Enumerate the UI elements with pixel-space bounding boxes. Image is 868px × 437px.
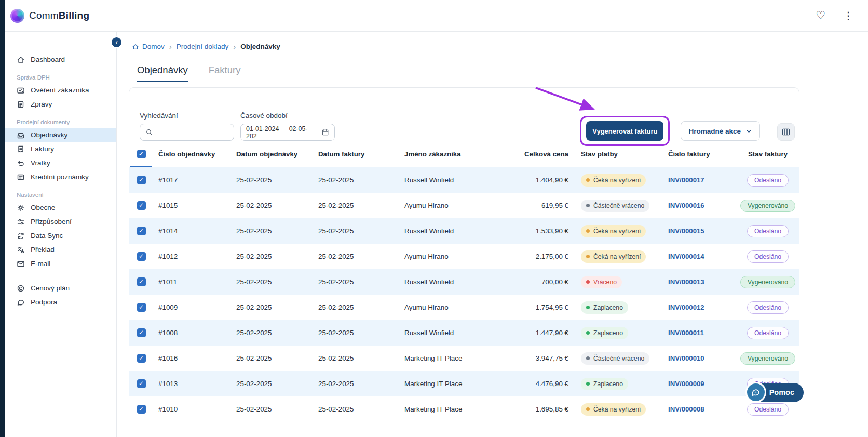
- search-input[interactable]: [140, 124, 234, 141]
- select-all-checkbox[interactable]: ✓: [129, 141, 153, 167]
- sidebar-item-faktury[interactable]: Faktury: [5, 142, 116, 156]
- breadcrumb-prodejni-doklady[interactable]: Prodejní doklady: [177, 43, 229, 50]
- column-settings-button[interactable]: [777, 123, 795, 141]
- tab-bar: Objednávky Faktury: [137, 64, 868, 82]
- payment-status-badge: Čeká na vyřízení: [581, 403, 646, 416]
- checkbox-checked[interactable]: ✓: [137, 303, 146, 312]
- favorites-heart-icon[interactable]: ♡: [816, 9, 825, 22]
- sidebar-item-vratky[interactable]: Vratky: [5, 156, 116, 170]
- invoice-date-cell: 25-02-2025: [313, 380, 399, 388]
- invoice-link[interactable]: INV/000010: [668, 354, 704, 362]
- invoice-status-badge: Odesláno: [747, 403, 789, 416]
- invoice-status-cell: Odesláno: [736, 174, 800, 187]
- sidebar-item-obecne[interactable]: Obecne: [5, 201, 116, 215]
- row-checkbox[interactable]: ✓: [129, 379, 153, 388]
- help-button[interactable]: Pomoc: [745, 382, 804, 403]
- row-checkbox[interactable]: ✓: [129, 328, 153, 337]
- order-date-cell: 25-02-2025: [231, 227, 313, 235]
- invoice-status-cell: Odesláno: [736, 327, 800, 339]
- checkbox-checked[interactable]: ✓: [137, 252, 146, 261]
- invoice-link[interactable]: INV/000013: [668, 278, 704, 286]
- row-checkbox[interactable]: ✓: [129, 277, 153, 286]
- checkbox-checked[interactable]: ✓: [137, 227, 146, 235]
- bulk-actions-label: Hromadné akce: [688, 127, 741, 135]
- invoice-status-badge: Odesláno: [747, 327, 789, 339]
- credit-note-icon: [17, 173, 25, 181]
- generate-invoice-button[interactable]: Vygenerovat fakturu: [586, 121, 663, 141]
- sidebar-item-objednavky[interactable]: Objednávky: [5, 128, 116, 142]
- checkbox-checked[interactable]: ✓: [137, 277, 146, 286]
- invoice-date-cell: 25-02-2025: [313, 405, 399, 413]
- invoice-number-cell: INV/000017: [663, 176, 736, 184]
- checkbox-checked[interactable]: ✓: [137, 379, 146, 388]
- support-chat-icon: [17, 298, 25, 307]
- row-checkbox[interactable]: ✓: [129, 405, 153, 414]
- invoice-status-badge: Odesláno: [747, 174, 789, 187]
- invoice-link[interactable]: INV/000015: [668, 227, 704, 235]
- orders-table-body: ✓#101725-02-202525-02-2025Russell Winfie…: [129, 167, 799, 422]
- invoice-link[interactable]: INV/000009: [668, 380, 704, 388]
- bulk-actions-button[interactable]: Hromadné akce: [681, 121, 760, 141]
- brand-name-suffix: Billing: [59, 10, 89, 21]
- invoice-date-cell: 25-02-2025: [313, 176, 399, 184]
- sidebar-item-email[interactable]: E-mail: [5, 257, 116, 271]
- row-checkbox[interactable]: ✓: [129, 201, 153, 210]
- sidebar-collapse-button[interactable]: ‹: [111, 36, 123, 48]
- checkbox-checked[interactable]: ✓: [137, 405, 146, 414]
- status-dot: [586, 255, 590, 258]
- table-row: ✓#101725-02-202525-02-2025Russell Winfie…: [129, 167, 799, 193]
- sidebar-item-dashboard[interactable]: Dashboard: [5, 52, 116, 67]
- invoice-link[interactable]: INV/000016: [668, 202, 704, 209]
- date-range-input[interactable]: 01-01-2024 — 02-05-202: [240, 124, 335, 141]
- table-row: ✓#101425-02-202525-02-2025Russell Winfie…: [129, 218, 799, 244]
- overflow-menu-icon[interactable]: ⋮: [843, 9, 853, 22]
- invoice-status-cell: Odesláno: [736, 403, 800, 416]
- row-checkbox[interactable]: ✓: [129, 176, 153, 184]
- row-checkbox[interactable]: ✓: [129, 227, 153, 235]
- sidebar-item-prizpusobeni[interactable]: Přizpůsobení: [5, 215, 116, 229]
- invoice-status-badge: Vygenerováno: [740, 352, 795, 365]
- sidebar-item-cenovy-plan[interactable]: Cenový plán: [5, 281, 116, 295]
- invoice-link[interactable]: INV/000008: [668, 405, 704, 413]
- sidebar-item-label: E-mail: [31, 260, 50, 268]
- checkbox-checked[interactable]: ✓: [137, 328, 146, 337]
- checkbox-checked[interactable]: ✓: [137, 150, 146, 158]
- customer-cell: Ayumu Hirano: [399, 253, 503, 260]
- invoice-date-cell: 25-02-2025: [313, 253, 399, 260]
- payment-status-badge: Částečně vráceno: [581, 352, 649, 365]
- order-number-cell: #1012: [153, 253, 231, 260]
- mail-icon: [17, 260, 25, 268]
- breadcrumb-separator: ›: [169, 42, 172, 51]
- total-cell: 1.695,85 €: [503, 405, 576, 413]
- gear-icon: [17, 204, 25, 212]
- sidebar-item-label: Data Sync: [31, 232, 63, 240]
- total-cell: 3.947,75 €: [503, 354, 576, 362]
- sidebar-item-kreditni-poznamky[interactable]: Kreditní poznámky: [5, 170, 116, 184]
- row-checkbox[interactable]: ✓: [129, 303, 153, 312]
- sidebar-item-label: Faktury: [31, 145, 54, 153]
- checkbox-checked[interactable]: ✓: [137, 176, 146, 184]
- invoice-link[interactable]: INV/000014: [668, 253, 704, 260]
- checkbox-checked[interactable]: ✓: [137, 354, 146, 363]
- checkbox-checked[interactable]: ✓: [137, 201, 146, 210]
- tab-faktury[interactable]: Faktury: [209, 64, 241, 82]
- return-arrow-icon: [17, 159, 25, 167]
- invoice-link[interactable]: INV/000017: [668, 176, 704, 184]
- sidebar-item-preklad[interactable]: Překlad: [5, 243, 116, 257]
- sidebar-item-data-sync[interactable]: Data Sync: [5, 229, 116, 243]
- chevron-down-icon: [745, 128, 752, 135]
- row-checkbox[interactable]: ✓: [129, 354, 153, 363]
- invoice-link[interactable]: INV/000012: [668, 303, 704, 311]
- invoice-date-cell: 25-02-2025: [313, 354, 399, 362]
- sidebar-item-zpravy[interactable]: Zprávy: [5, 97, 116, 111]
- order-date-cell: 25-02-2025: [231, 253, 313, 260]
- total-cell: 1.447,90 €: [503, 329, 576, 337]
- order-date-cell: 25-02-2025: [231, 202, 313, 209]
- sidebar-item-podpora[interactable]: Podpora: [5, 295, 116, 309]
- tab-objednavky[interactable]: Objednávky: [137, 64, 188, 82]
- row-checkbox[interactable]: ✓: [129, 252, 153, 261]
- payment-status-badge: Vráceno: [581, 276, 622, 288]
- sidebar-item-overeni-zakaznika[interactable]: Ověření zákazníka: [5, 83, 116, 97]
- invoice-link[interactable]: INV/000011: [668, 329, 704, 337]
- breadcrumb-home[interactable]: Domov: [132, 43, 165, 50]
